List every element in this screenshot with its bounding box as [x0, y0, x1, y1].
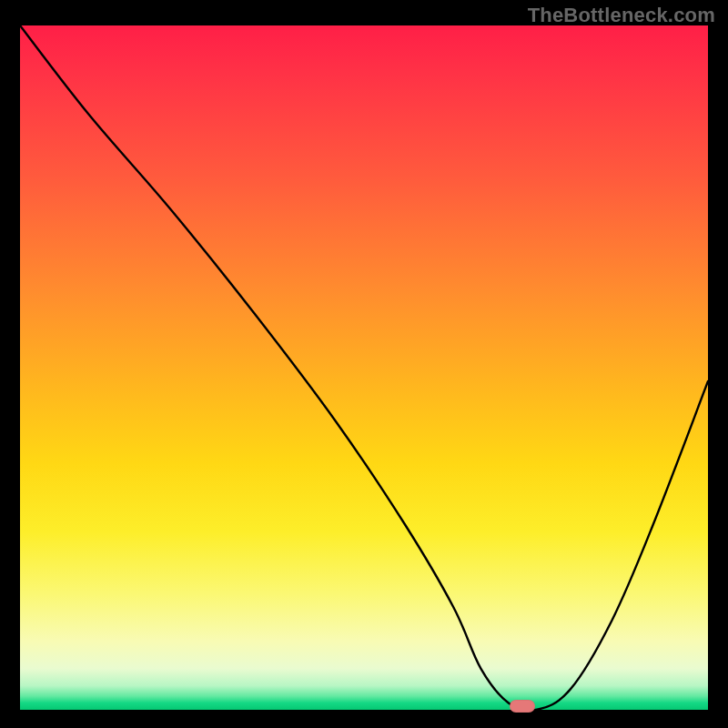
plot-area — [20, 25, 708, 710]
bottleneck-curve-path — [20, 25, 708, 710]
curve-svg — [20, 25, 708, 710]
watermark-text: TheBottleneck.com — [528, 4, 715, 27]
chart-frame: TheBottleneck.com — [0, 0, 728, 728]
optimal-point-marker — [510, 700, 535, 713]
